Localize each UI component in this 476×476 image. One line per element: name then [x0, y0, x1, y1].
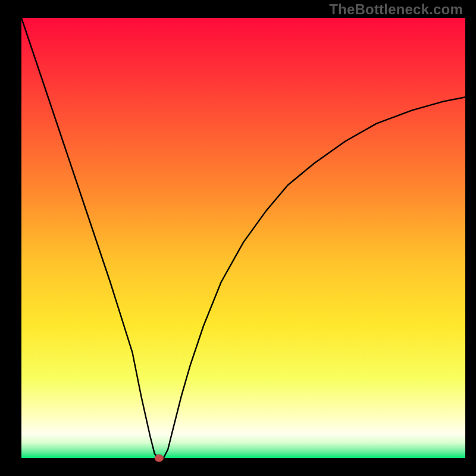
watermark-text: TheBottleneck.com	[329, 1, 463, 18]
chart-svg	[0, 0, 476, 476]
marker-dot	[155, 455, 163, 462]
plot-background	[21, 18, 465, 458]
chart-frame: TheBottleneck.com	[0, 0, 476, 476]
